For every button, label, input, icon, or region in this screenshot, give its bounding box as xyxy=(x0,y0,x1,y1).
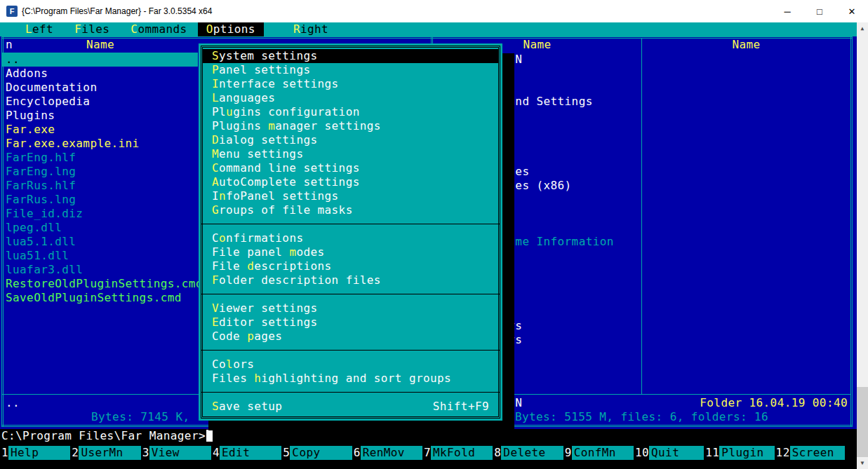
label-text: anguages xyxy=(219,91,275,105)
menu-item-files-highlighting-and-sort-groups[interactable]: Files highlighting and sort groups xyxy=(202,372,499,386)
menu-item-plugins-configuration[interactable]: Plugins configuration xyxy=(202,105,499,119)
label-text: ommands xyxy=(138,22,187,36)
file-item-lua5-1-dll[interactable]: lua5.1.dll xyxy=(2,235,198,249)
hotkey-letter: m xyxy=(268,119,275,133)
fkey-2-usermn[interactable]: 2UserMn xyxy=(70,446,140,460)
menu-item-viewer-settings[interactable]: Viewer settings xyxy=(202,301,499,315)
file-item-saveoldpluginsettings-cmd[interactable]: SaveOldPluginSettings.cmd xyxy=(2,291,198,305)
fkey-1-help[interactable]: 1Help xyxy=(0,446,70,460)
scroll-up-icon[interactable]: ▲ xyxy=(857,22,868,34)
file-item-farrus-hlf[interactable]: FarRus.hlf xyxy=(2,179,198,193)
close-button[interactable]: ✕ xyxy=(836,0,868,22)
label-text: File xyxy=(212,259,247,273)
label-text: enu settings xyxy=(219,147,303,161)
hotkey-letter: D xyxy=(212,133,219,147)
menubar-item-files[interactable]: Files xyxy=(74,22,109,36)
command-line-cursor xyxy=(206,430,213,442)
fkey-5-copy[interactable]: 5Copy xyxy=(281,446,352,460)
maximize-button[interactable]: □ xyxy=(803,0,836,22)
options-menu-items: System settingsPanel settingsInterface s… xyxy=(202,49,499,414)
fkey-label: Edit xyxy=(220,446,281,460)
hotkey-letter: V xyxy=(212,301,219,315)
label-text: nfirmations xyxy=(226,231,303,245)
fkey-10-quit[interactable]: 10Quit xyxy=(634,446,704,460)
fkey-12-screen[interactable]: 12Screen xyxy=(775,446,845,460)
file-item-lua51-dll[interactable]: lua51.dll xyxy=(2,249,198,263)
menu-item-command-line-settings[interactable]: Command line settings xyxy=(202,161,499,175)
hotkey-letter: C xyxy=(212,161,219,175)
menu-item-file-descriptions[interactable]: File descriptions xyxy=(202,259,499,273)
fkey-3-view[interactable]: 3View xyxy=(141,446,211,460)
hotkey-letter: M xyxy=(212,147,219,161)
scroll-down-icon[interactable]: ▼ xyxy=(857,457,868,469)
fkey-7-mkfold[interactable]: 7MkFold xyxy=(422,446,493,460)
menu-item-panel-settings[interactable]: Panel settings xyxy=(202,63,499,77)
hotkey-letter: h xyxy=(254,372,261,386)
label-text: foPanel settings xyxy=(226,189,339,203)
menu-item-code-pages[interactable]: Code pages xyxy=(202,329,499,344)
fkey-label: UserMn xyxy=(79,446,140,460)
menu-item-system-settings[interactable]: System settings xyxy=(202,49,499,63)
fkey-label: Quit xyxy=(649,446,704,460)
menu-item-autocomplete-settings[interactable]: AutoComplete settings xyxy=(202,175,499,189)
menu-item-editor-settings[interactable]: Editor settings xyxy=(202,315,499,329)
far-manager-window: F {C:\Program Files\Far Manager} - Far 3… xyxy=(0,0,868,469)
fkey-number: 4 xyxy=(211,446,220,460)
menu-item-colors[interactable]: Colors xyxy=(202,358,499,372)
file-item-plugins[interactable]: Plugins xyxy=(2,109,198,123)
file-item-file-id-diz[interactable]: File_id.diz xyxy=(2,207,198,221)
menu-item-infopanel-settings[interactable]: InfoPanel settings xyxy=(202,189,499,203)
file-item-far-exe-example-ini[interactable]: Far.exe.example.ini xyxy=(2,137,198,151)
file-item-[interactable]: .. xyxy=(2,53,198,67)
fkey-9-confmn[interactable]: 9ConfMn xyxy=(563,446,634,460)
options-dropdown-menu: System settingsPanel settingsInterface s… xyxy=(199,43,502,421)
menu-item-save-setup[interactable]: Save setupShift+F9 xyxy=(202,400,499,414)
file-item-addons[interactable]: Addons xyxy=(2,67,198,81)
title-bar: F {C:\Program Files\Far Manager} - Far 3… xyxy=(0,0,868,22)
menu-item-folder-description-files[interactable]: Folder description files xyxy=(202,273,499,287)
console-scrollbar[interactable]: ▲ ▼ xyxy=(857,22,868,469)
hotkey-letter: I xyxy=(212,77,219,91)
hotkey-letter: n xyxy=(219,189,226,203)
label-text: File panel xyxy=(212,245,289,259)
hotkey-letter: m xyxy=(289,245,296,259)
menubar-item-right[interactable]: Right xyxy=(293,22,328,36)
hotkey-letter: G xyxy=(212,203,219,217)
file-item-documentation[interactable]: Documentation xyxy=(2,81,198,95)
menubar-item-left[interactable]: Left xyxy=(25,22,53,36)
hotkey-letter: O xyxy=(206,22,213,36)
menu-item-groups-of-file-masks[interactable]: Groups of file masks xyxy=(202,203,499,217)
minimize-button[interactable]: ─ xyxy=(771,0,803,22)
window-title: {C:\Program Files\Far Manager} - Far 3.0… xyxy=(22,6,771,16)
panel-border-right xyxy=(850,36,853,427)
menubar-item-options[interactable]: Options xyxy=(198,22,264,36)
menu-item-languages[interactable]: Languages xyxy=(202,91,499,105)
menu-item-interface-settings[interactable]: Interface settings xyxy=(202,77,499,91)
fkey-label: RenMov xyxy=(361,446,422,460)
fkey-8-delete[interactable]: 8Delete xyxy=(493,446,563,460)
menu-separator xyxy=(202,287,499,301)
file-item-fareng-hlf[interactable]: FarEng.hlf xyxy=(2,151,198,165)
file-item-farrus-lng[interactable]: FarRus.lng xyxy=(2,193,198,207)
menubar-item-commands[interactable]: Commands xyxy=(131,22,187,36)
menu-item-file-panel-modes[interactable]: File panel modes xyxy=(202,245,499,259)
file-item-fareng-lng[interactable]: FarEng.lng xyxy=(2,165,198,179)
scrollbar-thumb[interactable] xyxy=(857,387,868,457)
menu-separator xyxy=(202,386,499,400)
fkey-label: ConfMn xyxy=(572,446,634,460)
menu-bar: LeftFilesCommandsOptionsRight xyxy=(0,22,857,36)
menu-item-dialog-settings[interactable]: Dialog settings xyxy=(202,133,499,147)
command-line[interactable]: C:\Program Files\Far Manager> xyxy=(1,429,206,443)
file-item-far-exe[interactable]: Far.exe xyxy=(2,123,198,137)
menu-separator xyxy=(202,344,499,358)
menu-item-menu-settings[interactable]: Menu settings xyxy=(202,147,499,161)
fkey-11-plugin[interactable]: 11Plugin xyxy=(704,446,774,460)
file-item-restoreoldpluginsettings-cmd[interactable]: RestoreOldPluginSettings.cmd xyxy=(2,277,198,291)
file-item-lpeg-dll[interactable]: lpeg.dll xyxy=(2,221,198,235)
menu-item-plugins-manager-settings[interactable]: Plugins manager settings xyxy=(202,119,499,133)
file-item-encyclopedia[interactable]: Encyclopedia xyxy=(2,95,198,109)
file-item-luafar3-dll[interactable]: luafar3.dll xyxy=(2,263,198,277)
menu-item-confirmations[interactable]: Confirmations xyxy=(202,231,499,245)
fkey-6-renmov[interactable]: 6RenMov xyxy=(352,446,422,460)
fkey-4-edit[interactable]: 4Edit xyxy=(211,446,281,460)
